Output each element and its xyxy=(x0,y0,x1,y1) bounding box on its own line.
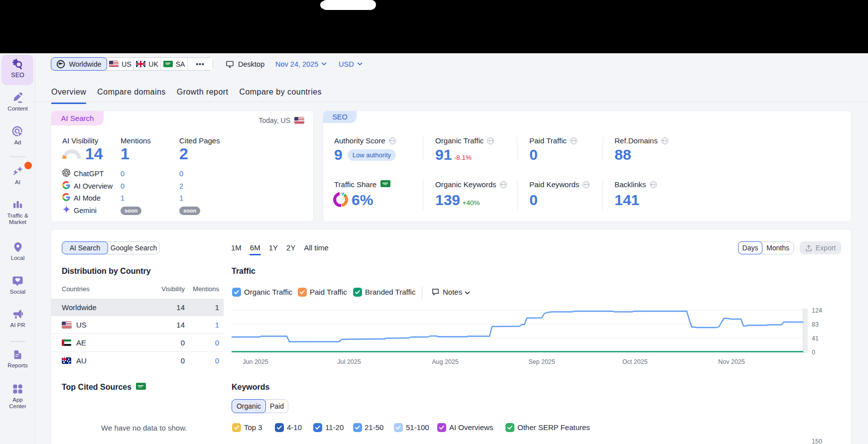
svg-text:Sep 2025: Sep 2025 xyxy=(528,358,555,365)
svg-text:41: 41 xyxy=(812,335,819,342)
svg-text:83: 83 xyxy=(812,321,819,328)
svg-text:Nov 2025: Nov 2025 xyxy=(718,358,745,365)
svg-text:Oct 2025: Oct 2025 xyxy=(622,358,648,365)
svg-text:Jul 2025: Jul 2025 xyxy=(337,358,361,365)
svg-text:0: 0 xyxy=(812,349,815,356)
svg-text:Aug 2025: Aug 2025 xyxy=(432,358,459,365)
svg-text:124: 124 xyxy=(812,307,822,314)
svg-text:Jun 2025: Jun 2025 xyxy=(243,358,268,365)
